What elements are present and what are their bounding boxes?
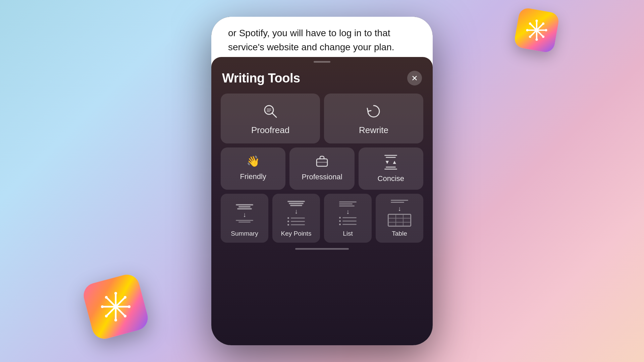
- list-icon: ↓: [336, 200, 360, 227]
- sheet-handle: [314, 61, 330, 63]
- rewrite-label: Rewrite: [359, 125, 388, 135]
- key-points-button[interactable]: ↓ Key Points: [272, 194, 320, 243]
- content-text: or Spotify, you will have to log in to t…: [228, 26, 416, 54]
- svg-point-7: [128, 305, 130, 308]
- concise-label: Concise: [378, 174, 404, 183]
- summary-button[interactable]: ↓ Summary: [221, 194, 268, 243]
- svg-point-10: [124, 296, 126, 299]
- close-icon: [412, 75, 418, 81]
- row-tone: 👋 Friendly Professional: [221, 147, 423, 190]
- friendly-button[interactable]: 👋 Friendly: [221, 147, 285, 190]
- table-label: Table: [392, 230, 407, 237]
- key-points-label: Key Points: [281, 230, 312, 237]
- svg-point-8: [105, 296, 108, 299]
- concise-icon: ▼ ▲: [384, 155, 397, 170]
- summary-icon: ↓: [233, 200, 256, 227]
- svg-point-22: [542, 22, 544, 25]
- svg-line-27: [272, 113, 276, 117]
- friendly-icon: 👋: [247, 155, 260, 168]
- svg-point-6: [101, 305, 104, 308]
- professional-label: Professional: [302, 173, 342, 181]
- proofread-button[interactable]: Proofread: [221, 94, 320, 143]
- list-label: List: [343, 230, 353, 237]
- app-icon-large[interactable]: [81, 272, 151, 342]
- concise-button[interactable]: ▼ ▲ Concise: [359, 147, 423, 190]
- sheet-title: Writing Tools: [222, 71, 300, 85]
- tools-grid: Proofread Rewrite: [221, 94, 423, 243]
- rewrite-button[interactable]: Rewrite: [324, 94, 423, 143]
- phone-frame: or Spotify, you will have to log in to t…: [211, 17, 433, 345]
- svg-point-17: [536, 39, 538, 41]
- svg-point-20: [529, 22, 531, 25]
- professional-icon: [315, 155, 329, 168]
- app-icon-small[interactable]: [513, 7, 560, 53]
- writing-tools-sheet: Writing Tools: [211, 57, 433, 345]
- svg-point-11: [105, 315, 108, 317]
- professional-button[interactable]: Professional: [289, 147, 354, 190]
- svg-point-19: [545, 29, 547, 32]
- svg-point-5: [114, 319, 117, 321]
- sheet-header: Writing Tools: [221, 71, 423, 85]
- svg-point-21: [542, 36, 544, 38]
- friendly-label: Friendly: [240, 172, 266, 181]
- proofread-icon: [262, 103, 279, 120]
- svg-point-16: [536, 20, 538, 22]
- row-format: ↓ Summary ↓: [221, 194, 423, 243]
- close-button[interactable]: [407, 71, 422, 85]
- table-button[interactable]: ↓: [376, 194, 423, 243]
- key-points-icon: ↓: [284, 200, 308, 227]
- proofread-label: Proofread: [251, 125, 289, 135]
- list-button[interactable]: ↓ List: [324, 194, 372, 243]
- home-indicator: [295, 248, 349, 250]
- svg-point-4: [114, 292, 117, 295]
- row-proofread-rewrite: Proofread Rewrite: [221, 94, 423, 143]
- phone-screen: or Spotify, you will have to log in to t…: [211, 17, 433, 345]
- table-icon: ↓: [388, 200, 411, 227]
- summary-label: Summary: [231, 230, 258, 237]
- svg-point-18: [526, 29, 529, 32]
- svg-point-9: [124, 315, 126, 317]
- content-area: or Spotify, you will have to log in to t…: [211, 17, 433, 64]
- svg-point-23: [529, 36, 531, 38]
- rewrite-icon: [365, 103, 382, 120]
